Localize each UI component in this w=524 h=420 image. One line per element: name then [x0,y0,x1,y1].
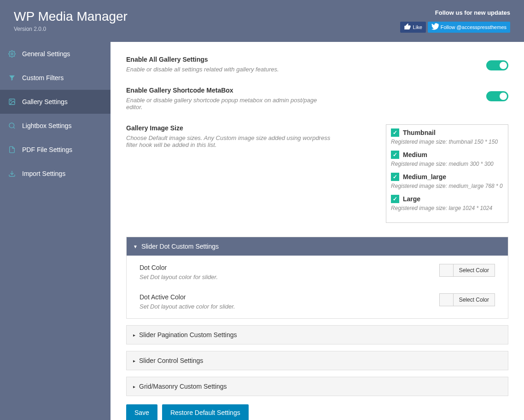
caret-right-icon: ▸ [133,332,135,338]
sidebar: General Settings Custom Filters Gallery … [0,42,111,420]
facebook-like-button[interactable]: Like [400,22,426,33]
enable-meta-desc: Enable or disable gallery shortcode popu… [126,97,333,111]
size-item-thumbnail: ✓Thumbnail Registered image size: thumbn… [391,128,503,145]
fb-like-label: Like [413,24,422,30]
select-color-button[interactable]: Select Color [454,264,495,276]
size-item-large: ✓Large Registered image size: large 1024… [391,195,503,211]
enable-all-row: Enable All Gallery Settings Enable or di… [126,56,508,73]
medium-large-checkbox[interactable]: ✓ [391,173,399,181]
sidebar-item-label: Import Settings [22,170,65,177]
dot-color-row: Dot Color Set Dot layout color for slide… [140,264,495,280]
enable-metabox-row: Enable Gallery Shortcode MetaBox Enable … [126,87,508,111]
sidebar-item-label: Custom Filters [22,74,64,82]
sidebar-item-lightbox[interactable]: Lightbox Settings [0,114,111,138]
restore-button[interactable]: Restore Default Settings [162,404,249,420]
enable-all-toggle[interactable] [486,60,508,70]
image-size-title: Gallery Image Size [126,124,333,132]
panel-title: Slider Control Settings [139,357,203,364]
panel-title: Slider Dot Custom Settings [141,243,219,250]
size-label: Medium [403,151,427,158]
pdf-icon [8,146,16,153]
color-swatch [440,294,454,306]
medium-checkbox[interactable]: ✓ [391,151,399,159]
size-item-medium-large: ✓Medium_large Registered image size: med… [391,173,503,189]
caret-right-icon: ▸ [133,384,135,389]
image-size-row: Gallery Image Size Choose Default image … [126,124,508,223]
dot-active-color-row: Dot Active Color Set Dot layout active c… [140,293,495,310]
color-swatch [440,264,454,276]
size-desc: Registered image size: thumbnail 150 * 1… [391,139,503,145]
svg-point-2 [11,100,12,101]
sidebar-item-label: PDF File Settings [22,146,72,153]
image-icon [8,98,16,105]
twitter-follow-button[interactable]: Follow @accesspressthemes [428,22,510,33]
import-icon [8,170,16,177]
thumbs-up-icon [404,23,411,31]
dot-color-picker[interactable]: Select Color [439,264,495,277]
enable-all-desc: Enable or disable all settings related w… [126,66,279,73]
dot-color-desc: Set Dot layout color for slider. [140,274,218,280]
size-desc: Registered image size: medium 300 * 300 [391,161,503,167]
slider-pagination-panel-header[interactable]: ▸ Slider Pagination Custom Settings [127,326,508,344]
size-desc: Registered image size: large 1024 * 1024 [391,205,503,211]
social-buttons: Like Follow @accesspressthemes [400,22,510,33]
sidebar-item-gallery[interactable]: Gallery Settings [0,90,111,114]
main-content: Enable All Gallery Settings Enable or di… [111,42,524,420]
panel-title: Slider Pagination Custom Settings [139,331,237,338]
image-sizes-list[interactable]: ✓Thumbnail Registered image size: thumbn… [386,124,508,223]
sidebar-item-general[interactable]: General Settings [0,42,111,66]
search-icon [8,122,16,129]
header-right: Follow us for new updates Like Follow @a… [400,9,510,33]
twitter-icon [431,23,439,31]
large-checkbox[interactable]: ✓ [391,195,399,203]
dot-active-color-desc: Set Dot layout active color for slider. [140,303,235,310]
size-label: Medium_large [403,173,446,181]
filter-icon [8,74,16,82]
sidebar-item-pdf[interactable]: PDF File Settings [0,138,111,162]
sidebar-item-filters[interactable]: Custom Filters [0,66,111,90]
enable-meta-title: Enable Gallery Shortcode MetaBox [126,87,333,94]
enable-metabox-toggle[interactable] [486,91,508,101]
save-button[interactable]: Save [126,404,157,420]
version: Version 2.0.0 [14,26,128,32]
panel-title: Grid/Masonry Custom Settings [139,383,227,390]
gear-icon [8,50,16,58]
grid-masonry-panel-header[interactable]: ▸ Grid/Masonry Custom Settings [127,377,508,396]
header-left: WP Media Manager Version 2.0.0 [14,9,128,32]
dot-color-title: Dot Color [140,264,218,271]
caret-down-icon: ▼ [133,244,138,249]
svg-point-0 [11,53,13,55]
size-label: Large [403,195,420,203]
slider-dot-panel: ▼ Slider Dot Custom Settings Dot Color S… [126,237,508,319]
slider-control-panel: ▸ Slider Control Settings [126,351,508,370]
svg-line-4 [13,127,15,128]
slider-pagination-panel: ▸ Slider Pagination Custom Settings [126,325,508,344]
select-color-button[interactable]: Select Color [454,294,495,306]
grid-masonry-panel: ▸ Grid/Masonry Custom Settings [126,377,508,396]
sidebar-item-label: General Settings [22,50,70,58]
size-label: Thumbnail [403,129,436,136]
app-title: WP Media Manager [14,9,128,24]
size-desc: Registered image size: medium_large 768 … [391,183,503,189]
action-buttons: Save Restore Default Settings [126,404,508,420]
image-size-desc: Choose Default image sizes. Any Custom i… [126,134,333,148]
svg-point-3 [9,123,14,128]
caret-right-icon: ▸ [133,358,135,363]
enable-all-title: Enable All Gallery Settings [126,56,279,63]
slider-dot-panel-header[interactable]: ▼ Slider Dot Custom Settings [127,237,508,256]
tw-follow-label: Follow @accesspressthemes [441,24,507,30]
thumbnail-checkbox[interactable]: ✓ [391,128,399,137]
header: WP Media Manager Version 2.0.0 Follow us… [0,0,524,42]
dot-active-color-picker[interactable]: Select Color [439,293,495,306]
sidebar-item-import[interactable]: Import Settings [0,162,111,186]
size-item-medium: ✓Medium Registered image size: medium 30… [391,151,503,167]
dot-active-color-title: Dot Active Color [140,293,235,301]
follow-text: Follow us for new updates [400,9,510,16]
slider-control-panel-header[interactable]: ▸ Slider Control Settings [127,351,508,370]
sidebar-item-label: Gallery Settings [22,98,68,105]
sidebar-item-label: Lightbox Settings [22,122,71,129]
